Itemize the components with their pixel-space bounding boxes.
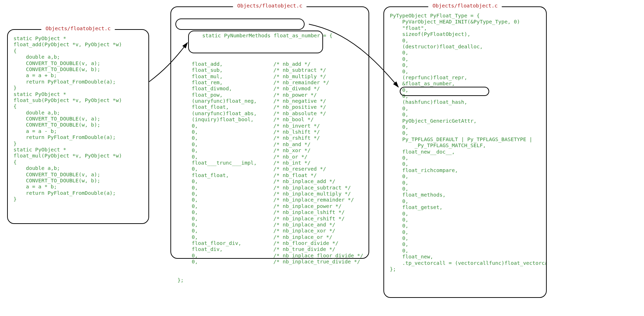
code-line: 0,	[390, 87, 540, 93]
nm-row: 0,/* nb_inplace_multiply */	[192, 191, 362, 197]
nm-comment: /* nb_inplace_rshift */	[273, 216, 345, 221]
code-line: 0,	[390, 50, 540, 56]
nm-func: 0,	[192, 203, 273, 209]
nm-func: float_float,	[192, 172, 273, 178]
nm-row: 0,/* nb_rshift */	[192, 135, 362, 141]
nm-comment: /* nb_inplace_add */	[273, 178, 335, 184]
code-line: CONVERT_TO_DOUBLE(w, b);	[13, 66, 143, 73]
code-line: 0,	[390, 93, 540, 99]
code-line: Py_TPFLAGS_DEFAULT | Py_TPFLAGS_BASETYPE…	[390, 136, 540, 143]
code-line: float_richcompare,	[390, 167, 540, 173]
nm-func: 0,	[192, 129, 273, 135]
nm-comment: /* nb_negative */	[273, 98, 326, 104]
nm-func: 0,	[192, 166, 273, 172]
nm-func: 0,	[192, 216, 273, 222]
code-line: float_new,	[390, 254, 540, 260]
nm-row: (unaryfunc)float_abs,/* nb_absolute */	[192, 111, 362, 117]
code-line: a = a - b;	[13, 128, 143, 134]
nm-row: 0,/* nb_inplace_or */	[192, 234, 362, 240]
panel-right-code: PyTypeObject PyFloat_Type = { PyVarObjec…	[384, 7, 546, 277]
nm-func: 0,	[192, 154, 273, 160]
nm-func: 0,	[192, 135, 273, 141]
nm-row: 0,/* nb_reserved */	[192, 166, 362, 172]
diagram-stage: Objects/floatobject.c static PyObject *f…	[0, 0, 644, 316]
nm-row: float_floor_div,/* nb_floor_divide */	[192, 240, 362, 246]
nm-comment: /* nb_inplace_or */	[273, 234, 332, 240]
nm-comment: /* nb_subtract */	[273, 67, 326, 73]
nm-row: float_add,/* nb_add */	[192, 61, 362, 67]
code-line: }	[13, 85, 143, 91]
nm-row: 0,/* nb_lshift */	[192, 129, 362, 135]
code-line: PyTypeObject PyFloat_Type = {	[390, 13, 540, 19]
nm-row: float_mul,/* nb_multiply */	[192, 74, 362, 80]
code-line: 0,	[390, 56, 540, 62]
decl-suffix: = {	[320, 33, 333, 38]
code-line: 0,	[390, 161, 540, 167]
nm-func: 0,	[192, 191, 273, 197]
nm-func: float_add,	[192, 61, 273, 67]
code-line: PyVarObject_HEAD_INIT(&PyType_Type, 0)	[390, 19, 540, 25]
nm-row: float_float,/* nb_float */	[192, 172, 362, 178]
nm-row: 0,/* nb_inplace_add */	[192, 178, 362, 184]
code-line: 0,	[390, 211, 540, 217]
nm-func: 0,	[192, 141, 273, 148]
nm-comment: /* nb_inplace_xor */	[273, 228, 335, 234]
nm-func: 0,	[192, 197, 273, 203]
nm-row: (unaryfunc)float_neg,/* nb_negative */	[192, 98, 362, 104]
nm-comment: /* nb_int */	[273, 160, 311, 166]
nm-func: 0,	[192, 178, 273, 184]
code-line: 0,	[390, 173, 540, 180]
code-line: {	[13, 48, 143, 54]
code-line: a = a * b;	[13, 184, 143, 190]
nm-row: 0,/* nb_inplace_and */	[192, 222, 362, 228]
code-line: return PyFloat_FromDouble(a);	[13, 190, 143, 196]
nm-row: 0,/* nb_inplace_true_divide */	[192, 259, 362, 265]
nm-func: float_pow,	[192, 92, 273, 98]
code-line: float_methods,	[390, 192, 540, 198]
code-line: 0,	[390, 62, 540, 68]
code-line: 0,	[390, 124, 540, 130]
code-line: CONVERT_TO_DOUBLE(w, b);	[13, 122, 143, 128]
nm-comment: /* nb_inplace_subtract */	[273, 185, 351, 191]
code-line: float_getset,	[390, 204, 540, 210]
code-line: sizeof(PyFloatObject),	[390, 31, 540, 37]
code-line: 0,	[390, 180, 540, 186]
panel-left-title: Objects/floatobject.c	[41, 26, 115, 32]
nm-comment: /* nb_float */	[273, 172, 317, 178]
code-line: 0,	[390, 155, 540, 161]
nm-func: float_float,	[192, 104, 273, 110]
code-line: 0,	[390, 241, 540, 247]
panel-left: Objects/floatobject.c static PyObject *f…	[7, 29, 149, 224]
nm-row: (inquiry)float_bool,/* nb_bool */	[192, 117, 362, 123]
nm-row: 0,/* nb_inplace_power */	[192, 203, 362, 209]
code-line: &float_as_number,	[390, 81, 540, 87]
nm-comment: /* nb_divmod */	[273, 86, 320, 91]
code-line: 0,	[390, 248, 540, 254]
code-line: return PyFloat_FromDouble(a);	[13, 79, 143, 85]
code-line: 0,	[390, 186, 540, 192]
nm-row: 0,/* nb_inplace_xor */	[192, 228, 362, 234]
nm-func: 0,	[192, 259, 273, 265]
nm-func: (unaryfunc)float_neg,	[192, 98, 273, 104]
code-line: float_add(PyObject *v, PyObject *w)	[13, 42, 143, 48]
nm-func: float_rem,	[192, 80, 273, 86]
code-line: 0,	[390, 223, 540, 229]
code-line: 0,	[390, 38, 540, 44]
panel-middle-code: static PyNumberMethods float_as_number =…	[171, 7, 369, 300]
nm-func: 0,	[192, 234, 273, 240]
code-line: (destructor)float_dealloc,	[390, 44, 540, 50]
nm-comment: /* nb_absolute */	[273, 111, 326, 116]
nm-row: float_float,/* nb_positive */	[192, 104, 362, 110]
code-line: .tp_vectorcall = (vectorcallfunc)float_v…	[390, 260, 540, 266]
struct-close: };	[178, 277, 362, 283]
code-line: PyObject_GenericGetAttr,	[390, 118, 540, 124]
code-line: {	[13, 103, 143, 109]
nm-comment: /* nb_inplace_floor_divide */	[273, 253, 363, 258]
nm-comment: /* nb_reserved */	[273, 166, 326, 172]
nm-comment: /* nb_floor_divide */	[273, 240, 338, 246]
code-line: CONVERT_TO_DOUBLE(v, a);	[13, 116, 143, 122]
nm-comment: /* nb_or */	[273, 154, 307, 160]
nm-row: 0,/* nb_inplace_rshift */	[192, 216, 362, 222]
code-line: CONVERT_TO_DOUBLE(w, b);	[13, 178, 143, 184]
code-line: (hashfunc)float_hash,	[390, 99, 540, 105]
